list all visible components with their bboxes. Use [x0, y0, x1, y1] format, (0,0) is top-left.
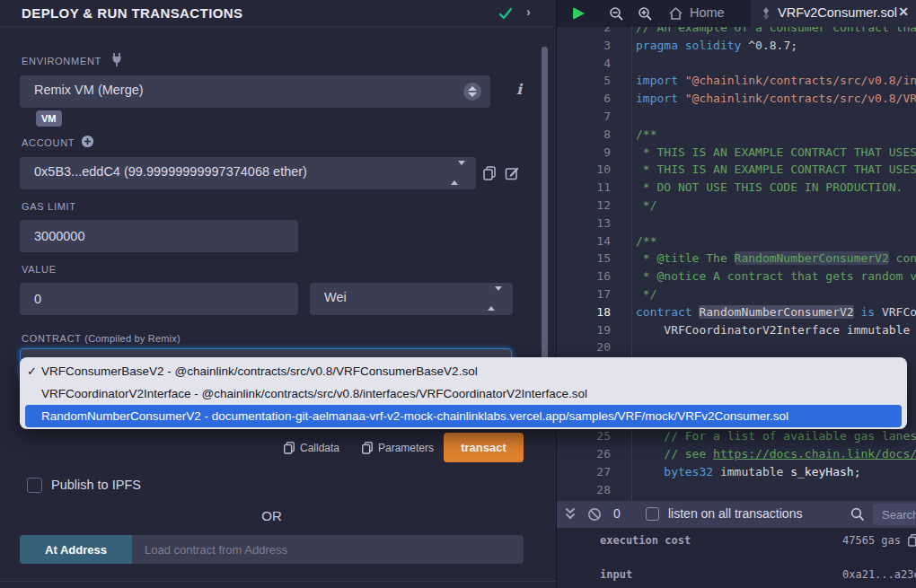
line-number: 4: [557, 55, 611, 73]
line-number: 13: [557, 215, 611, 233]
code-text: pragma solidity ^0.8.7;: [636, 37, 916, 55]
code-line[interactable]: 9 * THIS IS AN EXAMPLE CONTRACT THAT USE…: [557, 144, 916, 162]
info-icon[interactable]: i: [516, 81, 522, 98]
publish-ipfs-label: Publish to IPFS: [51, 478, 141, 492]
line-number: 16: [557, 268, 611, 285]
copy-value-icon[interactable]: [907, 533, 916, 547]
code-text: // An example of a consumer contract tha…: [636, 27, 916, 37]
edit-account-icon[interactable]: [505, 165, 520, 180]
parameters-label[interactable]: Parameters: [378, 442, 434, 454]
code-line[interactable]: 17 */: [557, 285, 916, 303]
copy-account-icon[interactable]: [482, 165, 497, 180]
terminal-search-input[interactable]: [873, 504, 916, 525]
code-line[interactable]: 14/**: [557, 233, 916, 250]
contract-dropdown-item[interactable]: ✓VRFConsumerBaseV2 - @chainlink/contract…: [20, 360, 907, 382]
code-text: /**: [636, 233, 916, 250]
clear-console-icon[interactable]: [587, 507, 602, 522]
line-number: 14: [557, 233, 611, 250]
contract-dropdown-popup: ✓VRFConsumerBaseV2 - @chainlink/contract…: [20, 357, 907, 429]
code-text: /**: [636, 126, 916, 144]
code-line[interactable]: 5import "@chainlink/contracts/src/v0.8/i…: [557, 72, 916, 90]
code-line[interactable]: 16 * @notice A contract that gets random…: [557, 268, 916, 285]
environment-select[interactable]: Remix VM (Merge): [20, 75, 490, 108]
code-line[interactable]: 20: [557, 338, 916, 356]
calldata-label[interactable]: Calldata: [300, 442, 339, 454]
line-number: 10: [557, 161, 611, 179]
line-number: 17: [557, 285, 611, 303]
panel-header: DEPLOY & RUN TRANSACTIONS ›: [0, 0, 556, 27]
plus-circle-icon[interactable]: [81, 135, 94, 148]
plug-icon: [110, 52, 124, 67]
code-text: import "@chainlink/contracts/src/v0.8/in…: [636, 72, 916, 90]
code-line[interactable]: 3pragma solidity ^0.8.7;: [557, 37, 916, 55]
panel-scrollbar[interactable]: [542, 47, 548, 408]
expand-terminal-icon[interactable]: [564, 506, 577, 522]
close-tab-icon[interactable]: ✕: [898, 4, 909, 19]
code-text: import "@chainlink/contracts/src/v0.8/VR…: [636, 90, 916, 108]
copy-parameters-icon[interactable]: [361, 441, 374, 454]
contract-dropdown-item-label: RandomNumberConsumerV2 - documentation-g…: [41, 409, 788, 423]
account-select[interactable]: 0x5B3...eddC4 (99.99999999997374068 ethe…: [20, 157, 476, 189]
listen-transactions-checkbox[interactable]: [646, 507, 659, 521]
tab-home[interactable]: Home: [663, 0, 751, 27]
terminal-row-value: 0xa21...a23e4: [842, 568, 916, 581]
code-editor[interactable]: 2// An example of a consumer contract th…: [557, 27, 916, 501]
code-text: bytes32 immutable s_keyHash;: [636, 463, 916, 481]
code-line[interactable]: 4: [557, 55, 916, 73]
code-text: VRFCoordinatorV2Interface immutable COOR…: [636, 321, 916, 339]
transact-button[interactable]: transact: [444, 433, 524, 462]
at-address-input[interactable]: [132, 535, 524, 564]
copy-calldata-icon[interactable]: [283, 441, 295, 454]
code-line[interactable]: 15 * @title The RandomNumberConsumerV2 c…: [557, 250, 916, 268]
panel-divider: [0, 581, 556, 582]
line-number: 15: [557, 250, 611, 268]
code-line[interactable]: 10 * THIS IS AN EXAMPLE CONTRACT THAT US…: [557, 161, 916, 179]
contract-dropdown-item[interactable]: VRFCoordinatorV2Interface - @chainlink/c…: [20, 382, 907, 405]
terminal-row-label: input: [600, 568, 632, 581]
solidity-icon: [760, 6, 772, 21]
line-number: 11: [557, 179, 611, 197]
gas-limit-input[interactable]: [20, 220, 298, 252]
value-input[interactable]: [20, 283, 298, 315]
contract-label: CONTRACT (Compiled by Remix): [22, 333, 181, 344]
code-line[interactable]: 7: [557, 108, 916, 126]
line-number: 18: [557, 303, 611, 321]
check-icon: [498, 5, 514, 22]
code-line[interactable]: 2// An example of a consumer contract th…: [557, 27, 916, 37]
code-line[interactable]: 28: [557, 481, 916, 499]
code-line[interactable]: 19 VRFCoordinatorV2Interface immutable C…: [557, 321, 916, 339]
account-value: 0x5B3...eddC4 (99.99999999997374068 ethe…: [34, 164, 307, 179]
editor-tabbar: Home VRFv2Consumer.sol ✕: [557, 0, 916, 27]
zoom-out-icon[interactable]: [609, 6, 624, 22]
code-text: * @notice A contract that gets random va…: [636, 268, 916, 285]
value-unit-select[interactable]: Wei: [310, 283, 513, 315]
environment-value: Remix VM (Merge): [34, 83, 144, 97]
run-script-icon[interactable]: [573, 7, 585, 20]
or-label: OR: [20, 508, 524, 523]
line-number: 9: [557, 144, 611, 162]
tab-vrfv2consumer[interactable]: VRFv2Consumer.sol ✕: [751, 0, 916, 27]
select-stepper-icon: [463, 83, 481, 101]
code-line[interactable]: 13: [557, 215, 916, 233]
line-number: 5: [557, 72, 611, 90]
tab-label: VRFv2Consumer.sol: [778, 5, 897, 20]
code-line[interactable]: 26 // see https://docs.chain.link/docs/v…: [557, 445, 916, 463]
code-line[interactable]: 25 // For a list of available gas lanes …: [557, 427, 916, 445]
code-line[interactable]: 18contract RandomNumberConsumerV2 is VRF…: [557, 303, 916, 321]
code-text: */: [636, 285, 916, 303]
code-line[interactable]: 11 * DO NOT USE THIS CODE IN PRODUCTION.: [557, 179, 916, 197]
code-line[interactable]: 27 bytes32 immutable s_keyHash;: [557, 463, 916, 481]
code-line[interactable]: 12 */: [557, 197, 916, 215]
code-line[interactable]: 8/**: [557, 126, 916, 144]
value-unit: Wei: [324, 290, 347, 304]
zoom-in-icon[interactable]: [638, 6, 653, 22]
contract-dropdown-item-label: VRFCoordinatorV2Interface - @chainlink/c…: [41, 387, 587, 400]
account-label: ACCOUNT: [22, 137, 75, 148]
value-label: VALUE: [22, 264, 57, 275]
publish-ipfs-checkbox[interactable]: [27, 478, 42, 493]
line-number: 25: [557, 427, 611, 445]
code-line[interactable]: 6import "@chainlink/contracts/src/v0.8/V…: [557, 90, 916, 108]
at-address-button[interactable]: At Address: [20, 535, 132, 564]
chevron-right-icon[interactable]: ›: [526, 4, 531, 19]
contract-dropdown-item[interactable]: RandomNumberConsumerV2 - documentation-g…: [25, 405, 902, 427]
